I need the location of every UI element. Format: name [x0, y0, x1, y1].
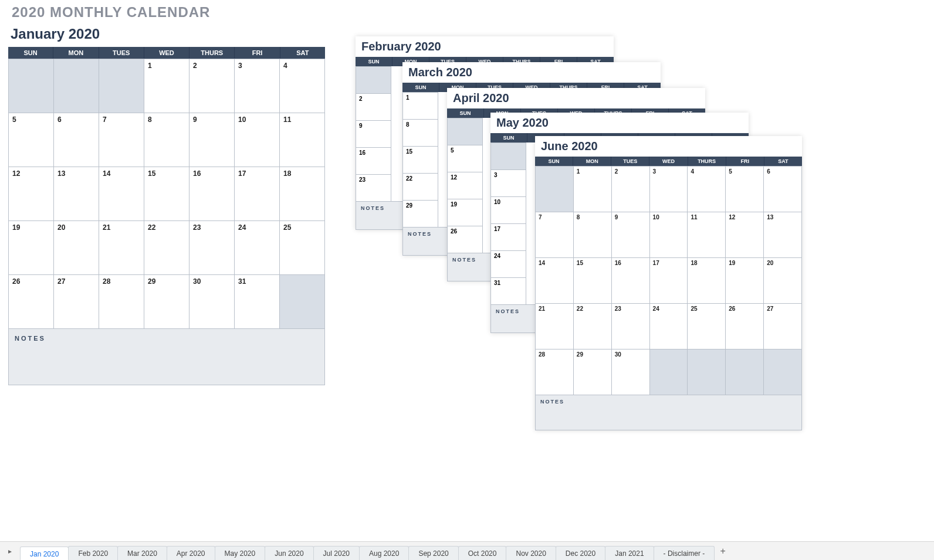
sheet-tab[interactable]: May 2020 — [215, 546, 266, 560]
calendar-day-cell[interactable]: 11 — [280, 113, 324, 167]
sheet-tab[interactable]: Jul 2020 — [313, 546, 360, 560]
calendar-day-cell[interactable]: 28 — [536, 349, 574, 395]
calendar-day-cell[interactable] — [99, 59, 144, 113]
calendar-day-cell[interactable]: 3 — [491, 169, 526, 196]
calendar-day-cell[interactable]: 7 — [99, 113, 144, 167]
calendar-day-cell[interactable]: 24 — [491, 250, 526, 277]
calendar-day-cell[interactable]: 27 — [764, 303, 801, 349]
add-sheet-button[interactable]: + — [714, 546, 732, 556]
calendar-day-cell[interactable]: 1 — [403, 92, 438, 119]
sheet-tab[interactable]: Jan 2020 — [20, 547, 69, 560]
calendar-day-cell[interactable]: 18 — [280, 167, 324, 220]
calendar-day-cell[interactable]: 17 — [235, 167, 280, 220]
calendar-day-cell[interactable]: 20 — [764, 257, 801, 303]
calendar-day-cell[interactable] — [280, 274, 324, 328]
calendar-day-cell[interactable]: 2 — [612, 166, 650, 212]
calendar-day-cell[interactable]: 6 — [54, 113, 99, 167]
calendar-day-cell[interactable]: 29 — [144, 274, 189, 328]
calendar-day-cell[interactable]: 6 — [764, 166, 801, 212]
calendar-day-cell[interactable]: 15 — [403, 146, 438, 173]
calendar-day-cell[interactable]: 10 — [491, 196, 526, 223]
calendar-day-cell[interactable]: 26 — [9, 274, 54, 328]
calendar-day-cell[interactable] — [688, 349, 726, 395]
calendar-day-cell[interactable]: 9 — [612, 212, 650, 257]
calendar-day-cell[interactable]: 31 — [235, 274, 280, 328]
notes-section[interactable]: NOTES — [8, 329, 325, 385]
calendar-day-cell[interactable]: 3 — [650, 166, 688, 212]
calendar-day-cell[interactable]: 4 — [280, 59, 324, 113]
calendar-day-cell[interactable]: 4 — [688, 166, 726, 212]
sheet-tab[interactable]: Nov 2020 — [506, 546, 556, 560]
calendar-day-cell[interactable] — [54, 59, 99, 113]
calendar-day-cell[interactable] — [448, 118, 482, 145]
sheet-tab[interactable]: Apr 2020 — [167, 546, 215, 560]
calendar-day-cell[interactable]: 14 — [99, 167, 144, 220]
sheet-tab[interactable]: Dec 2020 — [556, 546, 605, 560]
calendar-day-cell[interactable] — [536, 166, 574, 212]
sheet-tab[interactable]: Mar 2020 — [117, 546, 167, 560]
calendar-day-cell[interactable]: 9 — [356, 120, 391, 147]
calendar-day-cell[interactable]: 23 — [189, 220, 235, 274]
calendar-day-cell[interactable]: 13 — [764, 212, 801, 257]
calendar-day-cell[interactable]: 15 — [574, 257, 612, 303]
calendar-day-cell[interactable]: 5 — [448, 145, 482, 172]
calendar-day-cell[interactable]: 16 — [612, 257, 650, 303]
calendar-day-cell[interactable]: 2 — [356, 93, 391, 120]
calendar-day-cell[interactable]: 12 — [726, 212, 764, 257]
calendar-day-cell[interactable]: 19 — [9, 220, 54, 274]
calendar-day-cell[interactable]: 25 — [280, 220, 324, 274]
calendar-day-cell[interactable]: 30 — [189, 274, 235, 328]
calendar-day-cell[interactable]: 23 — [356, 174, 391, 201]
calendar-day-cell[interactable]: 12 — [448, 172, 482, 199]
calendar-day-cell[interactable]: 17 — [650, 257, 688, 303]
calendar-day-cell[interactable]: 11 — [688, 212, 726, 257]
calendar-day-cell[interactable]: 30 — [612, 349, 650, 395]
tab-nav-icon[interactable]: ▸ — [0, 542, 20, 560]
calendar-day-cell[interactable]: 15 — [144, 167, 189, 220]
calendar-day-cell[interactable]: 23 — [612, 303, 650, 349]
calendar-day-cell[interactable]: 19 — [448, 199, 482, 226]
calendar-day-cell[interactable]: 8 — [144, 113, 189, 167]
calendar-day-cell[interactable] — [650, 349, 688, 395]
calendar-day-cell[interactable]: 5 — [726, 166, 764, 212]
calendar-day-cell[interactable]: 1 — [574, 166, 612, 212]
calendar-day-cell[interactable]: 16 — [356, 147, 391, 174]
sheet-tab[interactable]: Sep 2020 — [408, 546, 458, 560]
sheet-tab[interactable]: Aug 2020 — [359, 546, 409, 560]
calendar-day-cell[interactable]: 12 — [9, 167, 54, 220]
calendar-day-cell[interactable]: 10 — [650, 212, 688, 257]
calendar-day-cell[interactable]: 9 — [189, 113, 235, 167]
calendar-day-cell[interactable] — [356, 66, 391, 93]
calendar-day-cell[interactable]: 20 — [54, 220, 99, 274]
calendar-day-cell[interactable]: 10 — [235, 113, 280, 167]
calendar-day-cell[interactable]: 7 — [536, 212, 574, 257]
calendar-day-cell[interactable]: 22 — [403, 173, 438, 200]
calendar-day-cell[interactable]: 21 — [536, 303, 574, 349]
calendar-day-cell[interactable] — [764, 349, 801, 395]
calendar-day-cell[interactable]: 28 — [99, 274, 144, 328]
calendar-day-cell[interactable]: 29 — [574, 349, 612, 395]
calendar-day-cell[interactable]: 22 — [144, 220, 189, 274]
calendar-day-cell[interactable]: 2 — [189, 59, 235, 113]
calendar-day-cell[interactable]: 31 — [491, 277, 526, 304]
calendar-day-cell[interactable]: 5 — [9, 113, 54, 167]
calendar-day-cell[interactable]: 24 — [650, 303, 688, 349]
calendar-day-cell[interactable]: 1 — [144, 59, 189, 113]
calendar-day-cell[interactable]: 8 — [403, 119, 438, 146]
calendar-day-cell[interactable]: 29 — [403, 200, 438, 227]
calendar-day-cell[interactable]: 22 — [574, 303, 612, 349]
calendar-day-cell[interactable]: 26 — [726, 303, 764, 349]
calendar-day-cell[interactable]: 21 — [99, 220, 144, 274]
calendar-day-cell[interactable]: 24 — [235, 220, 280, 274]
calendar-day-cell[interactable]: 3 — [235, 59, 280, 113]
sheet-tab[interactable]: Jun 2020 — [265, 546, 313, 560]
calendar-day-cell[interactable]: 16 — [189, 167, 235, 220]
sheet-tab[interactable]: Jan 2021 — [605, 546, 654, 560]
calendar-day-cell[interactable] — [491, 142, 526, 169]
calendar-day-cell[interactable] — [9, 59, 54, 113]
calendar-day-cell[interactable] — [726, 349, 764, 395]
sheet-tab[interactable]: Feb 2020 — [68, 546, 118, 560]
calendar-day-cell[interactable]: 14 — [536, 257, 574, 303]
calendar-day-cell[interactable]: 26 — [448, 226, 482, 253]
calendar-day-cell[interactable]: 25 — [688, 303, 726, 349]
